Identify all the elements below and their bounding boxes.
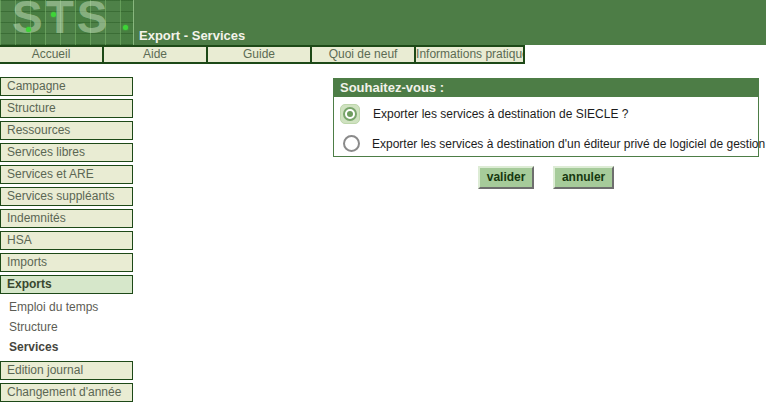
app-header: STS Export - Services (0, 0, 766, 45)
nav-tab-accueil[interactable]: Accueil (0, 47, 104, 62)
panel-title: Souhaitez-vous : (333, 78, 759, 97)
sidebar-item-hsa[interactable]: HSA (0, 231, 133, 250)
sidebar-menu: Campagne Structure Ressources Services l… (0, 77, 133, 403)
radio-ring (343, 107, 357, 121)
logo-dot-icon (26, 27, 31, 32)
logo-dot-icon (123, 25, 128, 30)
logo-dot-icon (51, 12, 56, 17)
sidebar-subitem-services[interactable]: Services (0, 337, 133, 357)
radio-dot (347, 111, 353, 117)
sidebar-item-structure[interactable]: Structure (0, 99, 133, 118)
page-title: Export - Services (139, 28, 245, 43)
sidebar-item-services-et-are[interactable]: Services et ARE (0, 165, 133, 184)
sidebar-item-services-suppleants[interactable]: Services suppléants (0, 187, 133, 206)
button-row: valider annuler (333, 166, 759, 189)
nav-tab-quoi-de-neuf[interactable]: Quoi de neuf (312, 47, 416, 62)
nav-tab-aide[interactable]: Aide (104, 47, 208, 62)
sts-logo: STS (0, 0, 134, 45)
sidebar-item-edition-journal[interactable]: Edition journal (0, 361, 133, 380)
sidebar-item-ressources[interactable]: Ressources (0, 121, 133, 140)
option-label-siecle[interactable]: Exporter les services à destination de S… (373, 107, 628, 121)
radio-selected-icon[interactable] (340, 104, 360, 124)
sidebar-item-indemnites[interactable]: Indemnités (0, 209, 133, 228)
top-navbar: Accueil Aide Guide Quoi de neuf Informat… (0, 45, 525, 64)
nav-tab-guide[interactable]: Guide (208, 47, 312, 62)
sidebar-item-exports[interactable]: Exports (0, 275, 133, 294)
option-row-editeur-prive: Exporter les services à destination d'un… (334, 135, 766, 152)
annuler-button[interactable]: annuler (553, 166, 614, 189)
main-panel: Souhaitez-vous : Exporter les services à… (333, 78, 759, 157)
panel-body: Exporter les services à destination de S… (333, 97, 759, 157)
nav-tab-informations-pratiques[interactable]: Informations pratiques (416, 47, 523, 62)
sidebar-subitem-structure[interactable]: Structure (0, 317, 133, 337)
sidebar-item-changement-dannee[interactable]: Changement d'année (0, 383, 133, 402)
sidebar-item-campagne[interactable]: Campagne (0, 77, 133, 96)
sidebar-item-imports[interactable]: Imports (0, 253, 133, 272)
option-row-siecle: Exporter les services à destination de S… (334, 104, 628, 124)
sidebar-item-services-libres[interactable]: Services libres (0, 143, 133, 162)
sts-logo-text: STS (12, 0, 110, 44)
sidebar-subitem-emploi-du-temps[interactable]: Emploi du temps (0, 297, 133, 317)
radio-unselected-icon[interactable] (343, 135, 360, 152)
option-label-editeur-prive[interactable]: Exporter les services à destination d'un… (372, 137, 766, 151)
valider-button[interactable]: valider (478, 166, 535, 189)
